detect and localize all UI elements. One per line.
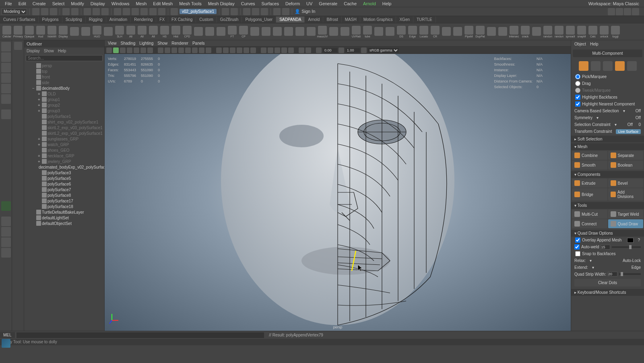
shelf-btn-icon[interactable] (340, 25, 350, 39)
shelf-btn-tube[interactable]: tube (362, 25, 373, 39)
shelf-tab-sculpting[interactable]: Sculpting (62, 16, 86, 23)
shelf-tab-custom[interactable]: Custom (196, 16, 217, 23)
vp-tool-28[interactable] (305, 47, 311, 53)
components-section[interactable]: ▾ Components (571, 171, 644, 178)
snap-center-icon[interactable] (158, 8, 165, 15)
menu-generate[interactable]: Generate (316, 0, 341, 7)
outliner-item-persp[interactable]: persp (24, 63, 104, 68)
smooth-button[interactable]: Smooth (572, 161, 607, 169)
vp-tool-12[interactable] (185, 47, 191, 53)
shelf-btn-DS[interactable]: DS (396, 25, 407, 39)
menu-file[interactable]: File (2, 0, 15, 7)
shelf-btn-icon[interactable] (385, 25, 395, 39)
bevel-button[interactable]: Bevel (608, 179, 644, 188)
quad-draw-button[interactable]: Quad Draw (608, 219, 644, 228)
panel-layout-icon[interactable] (282, 8, 289, 15)
vp-exposure-value[interactable]: 0.00 (323, 48, 337, 52)
layout-persp-icon[interactable] (1, 248, 11, 258)
outliner-item-group2[interactable]: +group2 (24, 102, 104, 108)
shelf-btn-icon[interactable] (531, 25, 542, 39)
shelf-btn-icon[interactable] (103, 25, 114, 39)
select-tool-icon[interactable] (1, 42, 11, 52)
outliner-item-shirtexpv02polysurface1[interactable]: shirt_exp_v02_polySurface1 (24, 119, 104, 125)
outliner-item-polysurface18[interactable]: polySurface18 (24, 204, 104, 209)
vertex-mode-icon[interactable] (591, 61, 601, 71)
vp-tool-9[interactable] (165, 47, 170, 53)
outliner-item-polysurface5[interactable]: polySurface5 (24, 175, 104, 181)
menu-set-dropdown[interactable]: Modeling (2, 8, 27, 15)
menu-surfaces[interactable]: Surfaces (258, 0, 282, 7)
menu-create[interactable]: Create (29, 0, 49, 7)
vp-tool-20[interactable] (244, 47, 249, 53)
vp-tool-13[interactable] (192, 47, 198, 53)
vp-tool-15[interactable] (206, 47, 211, 53)
menu-curves[interactable]: Curves (238, 0, 258, 7)
shelf-tab-mash[interactable]: MASH (342, 16, 360, 23)
shelf-btn-Hud[interactable]: Hud (35, 25, 46, 39)
vp-tool-14[interactable] (199, 47, 204, 53)
strip-width-slider[interactable] (619, 273, 641, 275)
vp-tool-1[interactable] (106, 47, 112, 53)
connect-button[interactable]: Connect (572, 219, 607, 228)
vp-tool-22[interactable] (261, 47, 266, 53)
vp-tool-4[interactable] (127, 47, 132, 53)
outliner-item-front[interactable]: front (24, 74, 104, 80)
open-scene-icon[interactable] (41, 8, 48, 15)
add-divisions-button[interactable]: Add Divisions (608, 188, 644, 200)
vp-colorspace-dropdown[interactable]: sRGB gamma (368, 48, 399, 53)
move-tool-icon[interactable] (1, 73, 11, 83)
shelf-btn-Locato[interactable]: Locato (419, 25, 429, 39)
combine-button[interactable]: Combine (572, 151, 607, 160)
outliner-item-sunglassesgrp[interactable]: +sunglasses_GRP (24, 136, 104, 142)
shelf-btn-icon[interactable] (272, 25, 283, 39)
sel-hierarchy-icon[interactable] (84, 8, 91, 15)
shelf-btn-Edge[interactable]: Edge (407, 25, 418, 39)
outliner-toggle-icon[interactable] (14, 42, 22, 50)
vp-tool-8[interactable] (158, 47, 163, 53)
redo-icon[interactable] (71, 8, 78, 15)
outliner-item-skirtl2expv03polysurface1[interactable]: skirtL2_exp_v03_polySurface1 (24, 125, 104, 130)
menu-modify[interactable]: Modify (68, 0, 87, 7)
menu-uv[interactable]: UV (303, 0, 316, 7)
menu-select[interactable]: Select (49, 0, 68, 7)
shelf-tab-polygonsuser[interactable]: Polygons_User (242, 16, 276, 23)
snap-grid-icon[interactable] (114, 8, 121, 15)
outliner-item-skirtl2expv03polysurface1[interactable]: skirtL2_exp_v03_polySurface1 (24, 130, 104, 136)
shelf-btn-All[interactable]: All (148, 25, 159, 39)
vp-tool-2[interactable] (113, 47, 119, 53)
pick-marquee-radio[interactable] (575, 74, 580, 79)
vp-exposure-icon[interactable] (316, 47, 322, 53)
paint-select-icon[interactable] (1, 63, 11, 72)
shelf-btn-icon[interactable] (486, 25, 497, 39)
quad-draw-tool-icon[interactable] (1, 201, 11, 211)
vp-tool-23[interactable] (268, 47, 273, 53)
outliner-item-polysurface3[interactable]: polySurface3 (24, 170, 104, 175)
outliner-item-polysurface1[interactable]: polySurface1 (24, 113, 104, 119)
bridge-button[interactable]: Bridge (572, 188, 607, 200)
vp-tool-10[interactable] (171, 47, 177, 53)
highlight-nearest-check[interactable] (575, 101, 580, 107)
sel-object-icon[interactable] (93, 8, 100, 15)
new-scene-icon[interactable] (32, 8, 39, 15)
viewport-3d[interactable]: Verts:2780192755550Edges:8314518266350Fa… (105, 54, 571, 331)
relax-value[interactable]: Auto-Lock (623, 258, 641, 263)
make-live-icon[interactable] (171, 8, 178, 15)
shelf-btn-HS[interactable]: HS (159, 25, 170, 39)
shelf-btn-snapM[interactable]: snapM (576, 25, 587, 39)
outliner-item-side[interactable]: side (24, 80, 104, 85)
menu-arnold[interactable]: Arnold (360, 0, 379, 7)
extend-value[interactable]: Edge (632, 265, 641, 270)
shelf-btn-Opaque[interactable]: Opaque (24, 25, 35, 39)
outliner-item-watchgrp[interactable]: +watch_GRP (24, 142, 104, 147)
xray-icon[interactable] (273, 8, 281, 15)
shelf-tab-gozbrush[interactable]: GoZBrush (217, 16, 242, 23)
snap-curve-icon[interactable] (123, 8, 130, 15)
shelf-tab-motiongraphics[interactable]: Motion Graphics (360, 16, 396, 23)
autoweld-slider[interactable] (612, 246, 641, 248)
menu-mesh[interactable]: Mesh (132, 0, 150, 7)
shelf-btn-randon[interactable]: randon (554, 25, 564, 39)
shelf-btn-icon[interactable] (374, 25, 384, 39)
signin-link[interactable]: Sign In (301, 9, 315, 14)
vp-tool-19[interactable] (237, 47, 242, 53)
snap-backfaces-check[interactable] (575, 251, 580, 256)
